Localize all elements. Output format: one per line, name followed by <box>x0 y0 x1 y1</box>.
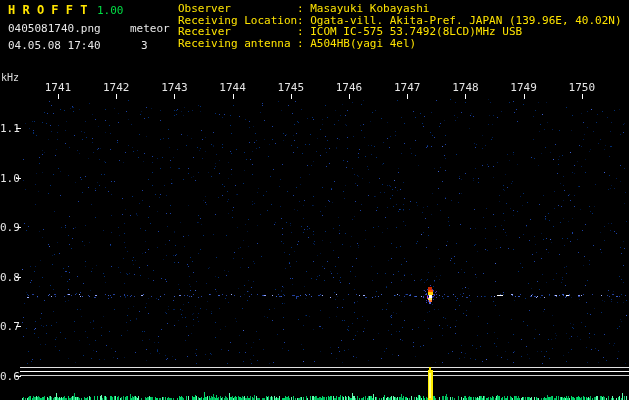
freq-tick-label: 1.0 <box>0 172 15 185</box>
time-tick-label: 1749 <box>507 81 541 94</box>
observation-datetime: 04.05.08 17:40 <box>8 39 101 52</box>
time-tick-label: 1748 <box>448 81 482 94</box>
station-info-label: Receiving antenna <box>178 38 297 50</box>
spectrogram-canvas <box>0 0 629 400</box>
time-tick-label: 1745 <box>274 81 308 94</box>
station-info-line: Receiving antenna: A504HB(yagi 4el) <box>178 38 622 50</box>
time-tick-label: 1742 <box>99 81 133 94</box>
time-tick-label: 1743 <box>157 81 191 94</box>
app-version: 1.00 <box>97 4 124 17</box>
output-filename: 0405081740.png <box>8 22 101 35</box>
freq-tick-label: 0.8 <box>0 271 15 284</box>
y-axis-unit-label: kHz <box>1 72 19 83</box>
station-info-label: Observer <box>178 3 297 15</box>
freq-tick-label: 1.1 <box>0 122 15 135</box>
time-tick-label: 1741 <box>41 81 75 94</box>
freq-tick-label: 0.7 <box>0 320 15 333</box>
time-tick-label: 1746 <box>332 81 366 94</box>
hrofft-screen: H R O F F T 1.00 0405081740.png meteor 0… <box>0 0 629 400</box>
mode-label: meteor <box>130 22 170 35</box>
colon-separator: : <box>297 37 310 50</box>
time-tick-label: 1747 <box>390 81 424 94</box>
station-info-value: A504HB(yagi 4el) <box>310 37 416 50</box>
time-tick-label: 1750 <box>565 81 599 94</box>
time-tick-label: 1744 <box>216 81 250 94</box>
station-info-label: Receiver <box>178 26 297 38</box>
freq-tick-label: 0.9 <box>0 221 15 234</box>
app-title: H R O F F T <box>8 3 87 17</box>
meteor-count: 3 <box>141 39 148 52</box>
freq-tick-label: 0.6 <box>0 370 15 383</box>
station-info-block: Observer: Masayuki KobayashiReceiving Lo… <box>178 3 622 49</box>
